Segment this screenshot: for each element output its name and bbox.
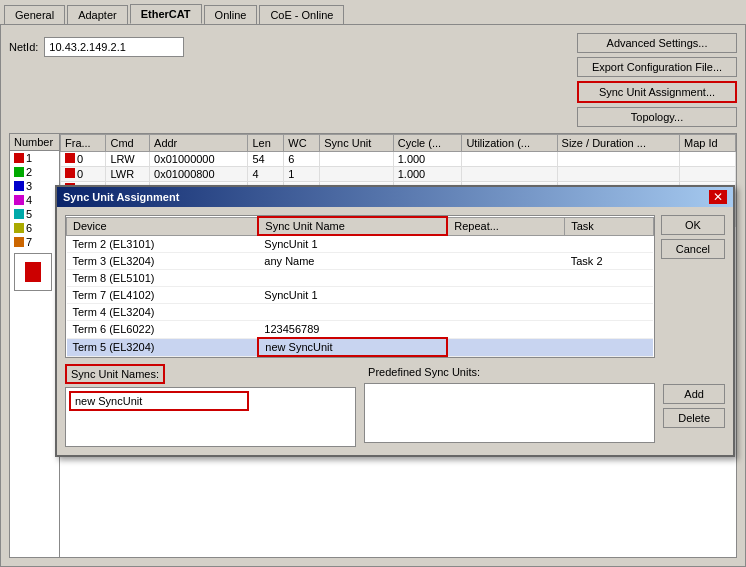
dialog-table-row: Term 3 (EL3204) any Name Task 2 <box>67 253 654 270</box>
tab-general[interactable]: General <box>4 5 65 24</box>
dialog-table: Device Sync Unit Name Repeat... Task Ter… <box>66 216 654 357</box>
cell-addr: 0x01000000 <box>150 152 248 167</box>
sidebar-item-4: 4 <box>10 193 59 207</box>
dcell-syncunit: SyncUnit 1 <box>258 235 447 253</box>
dialog-titlebar: Sync Unit Assignment ✕ <box>57 187 733 207</box>
sync-name-input[interactable] <box>69 391 249 411</box>
advanced-settings-button[interactable]: Advanced Settings... <box>577 33 737 53</box>
sidebar-item-5: 5 <box>10 207 59 221</box>
tab-online[interactable]: Online <box>204 5 258 24</box>
col-addr: Addr <box>150 135 248 152</box>
dcell-task: Task 2 <box>565 253 654 270</box>
cell-len: 54 <box>248 152 284 167</box>
dialog-title: Sync Unit Assignment <box>63 191 179 203</box>
sync-names-label: Sync Unit Names: <box>65 364 165 384</box>
dialog-table-row: Term 2 (EL3101) SyncUnit 1 <box>67 235 654 253</box>
cancel-button[interactable]: Cancel <box>661 239 725 259</box>
dialog-col-task: Task <box>565 217 654 235</box>
col-sync: Sync Unit <box>320 135 394 152</box>
col-util: Utilization (... <box>462 135 557 152</box>
col-mapid: Map Id <box>680 135 736 152</box>
dcell-device: Term 3 (EL3204) <box>67 253 259 270</box>
dcell-device: Term 2 (EL3101) <box>67 235 259 253</box>
cell-size <box>557 167 679 182</box>
sidebar-item-7: 7 <box>10 235 59 249</box>
cell-mapid <box>680 152 736 167</box>
dcell-task <box>565 338 654 356</box>
dcell-device: Term 6 (EL6022) <box>67 321 259 339</box>
cell-cmd: LRW <box>106 152 150 167</box>
col-size: Size / Duration ... <box>557 135 679 152</box>
col-cmd: Cmd <box>106 135 150 152</box>
netid-label: NetId: <box>9 41 38 53</box>
dcell-device: Term 7 (EL4102) <box>67 287 259 304</box>
cell-fra: 0 <box>61 152 106 167</box>
topology-button[interactable]: Topology... <box>577 107 737 127</box>
tab-ethercat[interactable]: EtherCAT <box>130 4 202 24</box>
cell-mapid <box>680 167 736 182</box>
cell-addr: 0x01000800 <box>150 167 248 182</box>
cell-wc: 1 <box>284 167 320 182</box>
dcell-device: Term 5 (EL3204) <box>67 338 259 356</box>
dialog-table-wrapper: Device Sync Unit Name Repeat... Task Ter… <box>65 215 655 358</box>
dcell-task <box>565 304 654 321</box>
tab-bar: General Adapter EtherCAT Online CoE - On… <box>0 0 746 24</box>
cell-cycle: 1.000 <box>393 167 462 182</box>
cell-len: 4 <box>248 167 284 182</box>
dcell-repeat <box>447 287 564 304</box>
dialog-table-row: Term 8 (EL5101) <box>67 270 654 287</box>
dialog-close-button[interactable]: ✕ <box>709 190 727 204</box>
dialog-table-row: Term 6 (EL6022) 123456789 <box>67 321 654 339</box>
dcell-repeat <box>447 338 564 356</box>
sidebar-item-2: 2 <box>10 165 59 179</box>
col-len: Len <box>248 135 284 152</box>
cell-sync <box>320 152 394 167</box>
col-fra: Fra... <box>61 135 106 152</box>
sidebar-header: Number <box>10 134 59 151</box>
dialog-col-repeat: Repeat... <box>447 217 564 235</box>
cell-fra: 0 <box>61 167 106 182</box>
dcell-syncunit <box>258 270 447 287</box>
col-wc: WC <box>284 135 320 152</box>
tab-coe-online[interactable]: CoE - Online <box>259 5 344 24</box>
sync-unit-button[interactable]: Sync Unit Assignment... <box>577 81 737 103</box>
dcell-task <box>565 321 654 339</box>
netid-input[interactable] <box>44 37 184 57</box>
sidebar-item-6: 6 <box>10 221 59 235</box>
col-cycle: Cycle (... <box>393 135 462 152</box>
cell-util <box>462 167 557 182</box>
cell-cycle: 1.000 <box>393 152 462 167</box>
dcell-task <box>565 270 654 287</box>
table-row: 0 LRW 0x01000000 54 6 1.000 <box>61 152 736 167</box>
dialog-col-device: Device <box>67 217 259 235</box>
dialog-table-row: Term 7 (EL4102) SyncUnit 1 <box>67 287 654 304</box>
sidebar-item-3: 3 <box>10 179 59 193</box>
dialog-table-row: Term 5 (EL3204) new SyncUnit <box>67 338 654 356</box>
add-button[interactable]: Add <box>663 384 725 404</box>
dcell-device: Term 8 (EL5101) <box>67 270 259 287</box>
delete-button[interactable]: Delete <box>663 408 725 428</box>
dcell-repeat <box>447 304 564 321</box>
dcell-repeat <box>447 253 564 270</box>
dcell-repeat <box>447 235 564 253</box>
export-config-button[interactable]: Export Configuration File... <box>577 57 737 77</box>
dcell-device: Term 4 (EL3204) <box>67 304 259 321</box>
dialog-col-syncunit: Sync Unit Name <box>258 217 447 235</box>
cell-wc: 6 <box>284 152 320 167</box>
cell-cmd: LWR <box>106 167 150 182</box>
dcell-syncunit: SyncUnit 1 <box>258 287 447 304</box>
ok-button[interactable]: OK <box>661 215 725 235</box>
cell-util <box>462 152 557 167</box>
dcell-repeat <box>447 321 564 339</box>
dcell-syncunit: any Name <box>258 253 447 270</box>
cell-size <box>557 152 679 167</box>
dcell-repeat <box>447 270 564 287</box>
sync-unit-dialog: Sync Unit Assignment ✕ Device Sync Unit … <box>55 185 735 457</box>
table-row: 0 LWR 0x01000800 4 1 1.000 <box>61 167 736 182</box>
thumbnail <box>14 253 52 291</box>
dialog-table-row: Term 4 (EL3204) <box>67 304 654 321</box>
tab-adapter[interactable]: Adapter <box>67 5 128 24</box>
dcell-syncunit: new SyncUnit <box>258 338 447 356</box>
dcell-syncunit <box>258 304 447 321</box>
dcell-syncunit: 123456789 <box>258 321 447 339</box>
